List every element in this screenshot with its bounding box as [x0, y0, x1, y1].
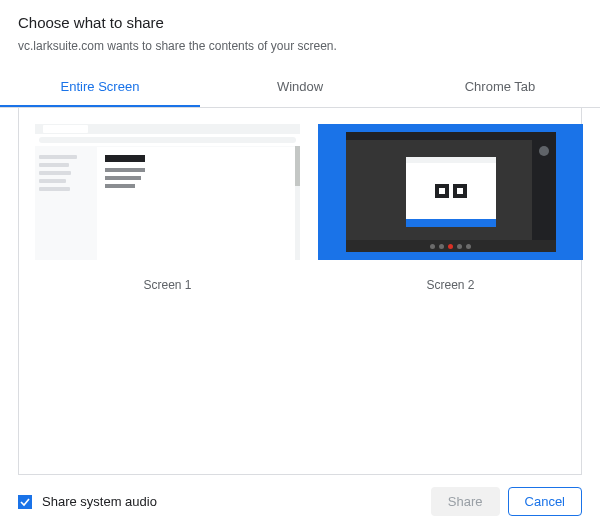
dialog-title: Choose what to share — [18, 14, 582, 31]
screen-picker-pane: Screen 1 Screen 2 — [18, 108, 582, 475]
screen-1-label: Screen 1 — [143, 278, 191, 292]
tab-entire-screen[interactable]: Entire Screen — [0, 69, 200, 107]
tab-bar: Entire Screen Window Chrome Tab — [0, 69, 600, 108]
screen-option-2[interactable]: Screen 2 — [318, 124, 583, 292]
share-audio-label: Share system audio — [42, 494, 157, 509]
share-button[interactable]: Share — [431, 487, 500, 516]
share-audio-checkbox[interactable] — [18, 495, 32, 509]
dialog-footer: Share system audio Share Cancel — [0, 475, 600, 528]
screen-2-thumbnail — [318, 124, 583, 260]
dialog-subtitle: vc.larksuite.com wants to share the cont… — [18, 39, 582, 53]
tab-window[interactable]: Window — [200, 69, 400, 107]
screen-1-thumbnail — [35, 124, 300, 260]
tab-chrome-tab[interactable]: Chrome Tab — [400, 69, 600, 107]
screen-option-1[interactable]: Screen 1 — [35, 124, 300, 292]
check-icon — [20, 497, 30, 507]
screen-2-label: Screen 2 — [426, 278, 474, 292]
cancel-button[interactable]: Cancel — [508, 487, 582, 516]
